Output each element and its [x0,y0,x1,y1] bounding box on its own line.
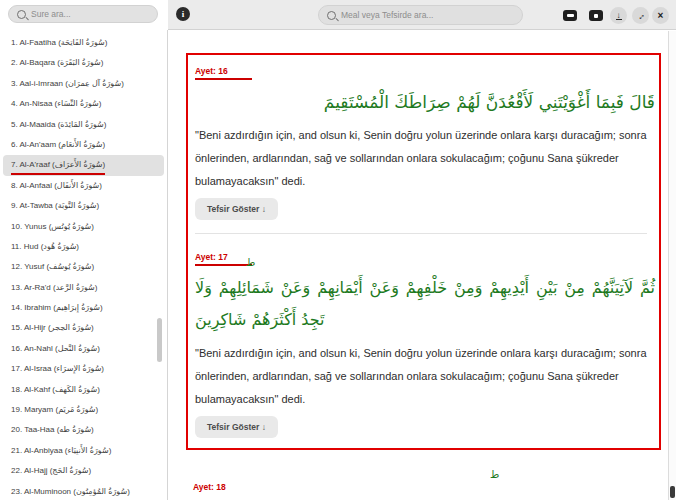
search-icon [327,11,336,20]
waqf-mark: ط [246,257,255,268]
sidebar-item-surah[interactable]: 9. At-Tawba (سُورَةُ التَّوبَة) [3,196,164,216]
surah-label: 20. Taa-Haa (سُورَةُ طه) [11,425,94,434]
info-icon[interactable]: i [176,7,190,21]
download-button[interactable]: ↓ [610,7,627,24]
sidebar-scrollbar-thumb[interactable] [157,318,162,362]
surah-label: 4. An-Nisaa (سُورَةُ النِّسَاء) [11,99,101,108]
surah-label: 13. Ar-Ra'd (سُورَةُ الرَّعد) [11,283,98,292]
next-verse-section: Ayet: 18 ط قَالَ اخْرُجْ مِنْهَا مَذْءُو… [193,476,668,500]
sidebar-item-surah[interactable]: 3. Aal-i-Imraan (سُورَةُ آل عِمرَان) [3,74,164,94]
surah-label: 2. Al-Baqara (سُورَةُ البَقَرَة) [11,58,103,67]
surah-label: 12. Yusuf (سُورَةُ يُوسُف) [11,262,94,271]
verse-content-area: Ayet: 16 قَالَ فَبِمَا أَغْوَيْتَنِي لَأ… [169,31,668,500]
surah-search-input[interactable] [31,9,149,19]
sidebar-item-surah[interactable]: 20. Taa-Haa (سُورَةُ طه) [3,420,164,440]
scrollbar-grip[interactable] [670,486,675,498]
surah-label: 22. Al-Hajj (سُورَةُ الحَج) [11,466,91,475]
verse-arabic-text: ثُمَّ لَآتِيَنَّهُمْ مِنْ بَيْنِ أَيْدِي… [195,272,655,336]
top-bar: i ↓ ↔ × [0,0,676,30]
surah-label: 1. Al-Faatiha (سُورَةُ الفَاتِحَة) [11,38,107,47]
sidebar-item-surah[interactable]: 18. Al-Kahf (سُورَةُ الكَهف) [3,380,164,400]
surah-label: 16. An-Nahl (سُورَةُ النَّحل) [11,344,100,353]
surah-label: 14. Ibrahim (سُورَةُ إِبرَاهِيم) [11,303,103,312]
sidebar-item-surah[interactable]: 6. Al-An'aam (سُورَةُ الأَنعَام) [3,135,164,155]
surah-label: 23. Al-Muminoon (سُورَةُ المُؤمِنُون) [11,487,130,496]
verse-divider [195,233,647,234]
sidebar-item-surah[interactable]: 12. Yusuf (سُورَةُ يُوسُف) [3,257,164,277]
square-minus-icon[interactable] [563,10,577,21]
download-icon: ↓ [616,12,622,20]
surah-label: 10. Yunus (سُورَةُ يُونُس) [11,222,94,231]
verse-translation-text: "Beni azdırdığın için, and olsun ki, Sen… [195,342,650,411]
sidebar-item-surah[interactable]: 17. Al-Israa (سُورَةُ الإِسرَاء) [3,359,164,379]
close-icon: × [658,11,664,21]
sidebar-item-surah[interactable]: 13. Ar-Ra'd (سُورَةُ الرَّعد) [3,278,164,298]
square-dot-icon[interactable] [589,10,603,21]
ayet-number-label: Ayet: 17 [195,252,252,266]
highlighted-verses-box: Ayet: 16 قَالَ فَبِمَا أَغْوَيْتَنِي لَأ… [186,53,661,450]
sidebar-item-surah[interactable]: 19. Maryam (سُورَةُ مَريَم) [3,400,164,420]
sidebar-item-surah[interactable]: 4. An-Nisaa (سُورَةُ النِّسَاء) [3,94,164,114]
surah-label: 5. Al-Maaida (سُورَةُ المَائِدَة) [11,120,106,129]
surah-label: 7. Al-A'raaf (سُورَةُ الأَعرَاف) [11,157,105,175]
sidebar-item-surah[interactable]: 21. Al-Anbiyaa (سُورَةُ الأَنبِيَاء) [3,441,164,461]
main-scrollbar-track[interactable] [668,31,676,500]
sidebar-item-surah[interactable]: 14. Ibrahim (سُورَةُ إِبرَاهِيم) [3,298,164,318]
meal-tefsir-search-field[interactable] [318,5,523,25]
ayet-number-label: Ayet: 16 [195,66,252,80]
verse-arabic-text: قَالَ فَبِمَا أَغْوَيْتَنِي لَأَقْعُدَنَ… [195,86,655,118]
sidebar-item-surah[interactable]: 11. Hud (سُورَةُ هُود) [3,237,164,257]
sidebar-item-surah[interactable]: 10. Yunus (سُورَةُ يُونُس) [3,217,164,237]
surah-search-field[interactable] [8,5,158,23]
surah-label: 21. Al-Anbiyaa (سُورَةُ الأَنبِيَاء) [11,446,111,455]
verse-translation-text: "Beni azdırdığın için, and olsun ki, Sen… [195,124,650,193]
surah-label: 15. Al-Hijr (سُورَةُ الحِجر) [11,323,94,332]
sidebar-item-surah[interactable]: 15. Al-Hijr (سُورَةُ الحِجر) [3,318,164,338]
surah-label: 3. Aal-i-Imraan (سُورَةُ آل عِمرَان) [11,79,124,88]
sidebar-item-surah[interactable]: 16. An-Nahl (سُورَةُ النَّحل) [3,339,164,359]
verse-block: Ayet: 16 قَالَ فَبِمَا أَغْوَيْتَنِي لَأ… [195,60,655,220]
surah-label: 11. Hud (سُورَةُ هُود) [11,242,79,251]
sidebar-item-surah[interactable]: 1. Al-Faatiha (سُورَةُ الفَاتِحَة) [3,33,164,53]
surah-label: 17. Al-Israa (سُورَةُ الإِسرَاء) [11,364,104,373]
verse-block: Ayet: 18 ط قَالَ اخْرُجْ مِنْهَا مَذْءُو… [193,476,668,500]
search-icon [17,10,26,19]
surah-list: 1. Al-Faatiha (سُورَةُ الفَاتِحَة) 2. Al… [0,30,167,500]
sidebar-item-surah[interactable]: 7. Al-A'raaf (سُورَةُ الأَعرَاف) [3,155,164,175]
sidebar-item-surah[interactable]: 8. Al-Anfaal (سُورَةُ الأَنفَال) [3,176,164,196]
surah-label: 18. Al-Kahf (سُورَةُ الكَهف) [11,385,100,394]
surah-label: 19. Maryam (سُورَةُ مَريَم) [11,405,98,414]
sidebar-item-surah[interactable]: 22. Al-Hajj (سُورَةُ الحَج) [3,461,164,481]
waqf-mark: ط [490,469,499,480]
close-button[interactable]: × [652,7,669,24]
meal-tefsir-search-input[interactable] [341,10,514,20]
sidebar-item-surah[interactable]: 5. Al-Maaida (سُورَةُ المَائِدَة) [3,115,164,135]
surah-label: 9. At-Tawba (سُورَةُ التَّوبَة) [11,201,99,210]
fullscreen-button[interactable]: ↔ [632,7,649,24]
tefsir-goster-button[interactable]: Tefsir Göster ↓ [195,198,278,220]
surah-sidebar: 1. Al-Faatiha (سُورَةُ الفَاتِحَة) 2. Al… [0,30,168,500]
tefsir-goster-button[interactable]: Tefsir Göster ↓ [195,416,278,438]
sidebar-item-surah[interactable]: 2. Al-Baqara (سُورَةُ البَقَرَة) [3,53,164,73]
expand-icon: ↔ [634,9,647,22]
surah-label: 6. Al-An'aam (سُورَةُ الأَنعَام) [11,140,105,149]
verse-block: Ayet: 17 ط ثُمَّ لَآتِيَنَّهُمْ مِنْ بَي… [195,246,655,438]
sidebar-item-surah[interactable]: 23. Al-Muminoon (سُورَةُ المُؤمِنُون) [3,482,164,500]
surah-label: 8. Al-Anfaal (سُورَةُ الأَنفَال) [11,181,102,190]
ayet-number-label: Ayet: 18 [193,482,226,492]
